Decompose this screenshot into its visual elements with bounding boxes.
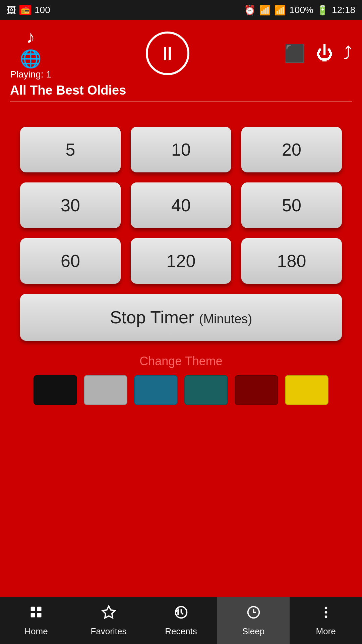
stop-timer-button[interactable]: Stop Timer (Minutes) <box>20 294 342 341</box>
timer-btn-5[interactable]: 5 <box>20 127 121 172</box>
status-bar: 🖼 📻 100 ⏰ 📶 📶 100% 🔋 12:18 <box>0 0 362 20</box>
timer-grid: 5 10 20 30 40 50 60 120 180 <box>20 127 342 284</box>
alarm-icon: ⏰ <box>244 5 256 16</box>
svg-point-9 <box>324 615 327 618</box>
music-icon[interactable]: ♪ <box>26 27 35 47</box>
svg-point-7 <box>324 606 327 609</box>
svg-rect-1 <box>31 613 35 617</box>
svg-rect-0 <box>31 606 35 611</box>
theme-swatch-yellow[interactable] <box>285 375 328 405</box>
pause-icon: ⏸ <box>158 44 177 63</box>
share-icon[interactable]: ⤴ <box>343 43 352 63</box>
power-icon[interactable]: ⏻ <box>316 43 333 63</box>
nav-item-sleep[interactable]: Sleep <box>217 597 290 644</box>
playing-label: Playing: 1 <box>10 69 51 80</box>
photo-icon: 🖼 <box>7 5 16 16</box>
svg-marker-4 <box>102 606 115 618</box>
svg-rect-3 <box>37 613 41 617</box>
header: ♪ 🌐 Playing: 1 ⏸ ⬛ ⏻ ⤴ All The Best Oldi… <box>0 20 362 107</box>
battery-icon: 🔋 <box>317 5 328 16</box>
timer-btn-50[interactable]: 50 <box>241 182 342 228</box>
nav-item-home[interactable]: Home <box>0 597 72 644</box>
time-label: 12:18 <box>332 5 355 15</box>
timer-btn-40[interactable]: 40 <box>131 182 231 228</box>
header-left: ♪ 🌐 Playing: 1 <box>10 27 51 80</box>
station-name: All The Best Oldies <box>10 83 352 98</box>
timer-btn-20[interactable]: 20 <box>241 127 342 172</box>
theme-swatch-darkred[interactable] <box>235 375 278 405</box>
stop-timer-label: Stop Timer <box>110 308 194 327</box>
pause-button[interactable]: ⏸ <box>146 32 189 75</box>
nav-label-favorites: Favorites <box>91 626 127 637</box>
timer-btn-10[interactable]: 10 <box>131 127 231 172</box>
nav-label-home: Home <box>24 626 48 637</box>
stop-icon[interactable]: ⬛ <box>284 43 306 64</box>
nav-item-recents[interactable]: Recents <box>145 597 217 644</box>
signal-strength: 100 <box>35 5 50 15</box>
theme-swatch-black[interactable] <box>34 375 77 405</box>
header-center: ⏸ <box>146 32 189 75</box>
theme-colors <box>34 375 328 405</box>
bottom-nav: Home Favorites Recents Sleep <box>0 597 362 644</box>
radio-icon: 📻 <box>19 5 31 15</box>
recents-nav-icon <box>174 605 189 624</box>
wifi-icon: 📶 <box>259 5 271 16</box>
favorites-nav-icon <box>101 605 116 624</box>
network-icon: 📶 <box>274 5 286 16</box>
sleep-nav-icon <box>246 605 261 624</box>
nav-label-sleep: Sleep <box>242 626 265 637</box>
timer-btn-180[interactable]: 180 <box>241 238 342 284</box>
theme-section: Change Theme <box>20 354 342 405</box>
stop-timer-sublabel: (Minutes) <box>199 312 252 326</box>
timer-btn-60[interactable]: 60 <box>20 238 121 284</box>
svg-rect-2 <box>37 606 41 611</box>
more-nav-icon <box>318 605 334 624</box>
home-nav-icon <box>29 605 44 624</box>
timer-btn-30[interactable]: 30 <box>20 182 121 228</box>
svg-point-8 <box>324 611 327 613</box>
timer-btn-120[interactable]: 120 <box>131 238 231 284</box>
nav-item-favorites[interactable]: Favorites <box>72 597 145 644</box>
change-theme-label: Change Theme <box>139 354 223 368</box>
nav-label-recents: Recents <box>165 626 197 637</box>
nav-label-more: More <box>316 626 336 637</box>
theme-swatch-gray[interactable] <box>84 375 127 405</box>
theme-swatch-blue[interactable] <box>134 375 178 405</box>
nav-item-more[interactable]: More <box>290 597 362 644</box>
globe-icon[interactable]: 🌐 <box>20 49 42 69</box>
status-left: 🖼 📻 100 <box>7 5 50 16</box>
header-controls: ♪ 🌐 Playing: 1 ⏸ ⬛ ⏻ ⤴ <box>10 27 352 80</box>
main-content: 5 10 20 30 40 50 60 120 180 Stop Timer (… <box>0 107 362 415</box>
battery-label: 100% <box>289 5 313 15</box>
theme-swatch-teal[interactable] <box>184 375 228 405</box>
status-right: ⏰ 📶 📶 100% 🔋 12:18 <box>244 5 355 16</box>
header-right: ⬛ ⏻ ⤴ <box>284 43 352 64</box>
header-divider <box>10 101 352 102</box>
